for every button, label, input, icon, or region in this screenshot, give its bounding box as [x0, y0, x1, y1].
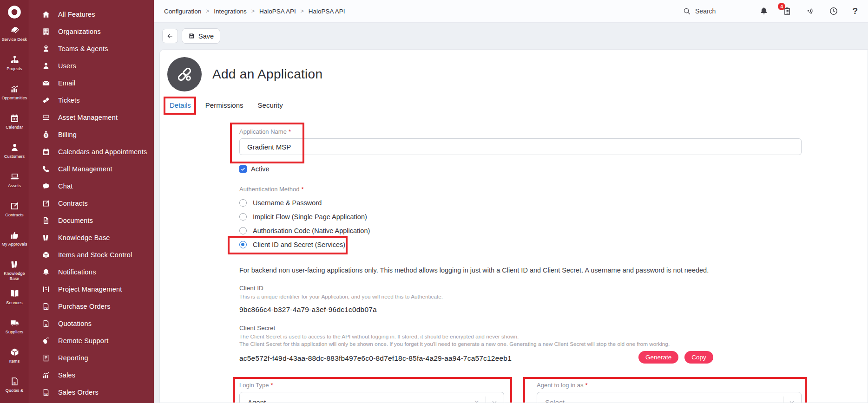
rail-item-my-approvals[interactable]: My Approvals [0, 226, 29, 254]
auth-option-username-password[interactable]: Username & Password [239, 196, 802, 210]
filedoc-icon [42, 216, 50, 225]
agent-select[interactable]: Select... [537, 392, 802, 403]
sidebar-item-label: Teams & Agents [58, 45, 108, 52]
topbar: Configuration>Integrations>HaloPSA API>H… [154, 0, 868, 23]
sidebar-item-items-and-stock-control[interactable]: Items and Stock Control [29, 246, 154, 263]
save-button[interactable]: Save [182, 28, 220, 44]
breadcrumb-item-configuration[interactable]: Configuration [164, 8, 201, 15]
sidebar-item-quotations[interactable]: QQuotations [29, 315, 154, 332]
sidebar-item-knowledge-base[interactable]: Knowledge Base [29, 229, 154, 246]
sidebar-item-reporting[interactable]: Reporting [29, 349, 154, 366]
svg-text:PO: PO [44, 306, 47, 309]
application-name-input[interactable] [239, 138, 802, 155]
pageQ-icon: Q [10, 377, 20, 386]
auth-option-authorisation-code-native-application[interactable]: Authorisation Code (Native Application) [239, 224, 802, 238]
config-sidebar: All FeaturesOrganizationsTeams & AgentsU… [29, 0, 154, 403]
auth-option-client-id-and-secret-services[interactable]: Client ID and Secret (Services) [239, 238, 802, 252]
chat-icon [42, 182, 50, 190]
rail-item-label: Customers [4, 154, 25, 159]
breadcrumb-item-integrations[interactable]: Integrations [214, 8, 247, 15]
application-name-label: Application Name* [239, 128, 802, 135]
rail-item-projects[interactable]: Projects [0, 50, 29, 79]
radio-client-id-and-secret-services[interactable] [239, 241, 247, 248]
sidebar-item-documents[interactable]: Documents [29, 212, 154, 229]
radio-username-password[interactable] [239, 199, 247, 207]
sidebar-item-calendars-and-appointments[interactable]: Calendars and Appointments [29, 143, 154, 160]
tab-details[interactable]: Details [169, 98, 192, 114]
back-button[interactable] [162, 29, 178, 43]
sidebar-item-remote-support[interactable]: Remote Support [29, 332, 154, 349]
bookopen-icon [10, 289, 20, 299]
rail-item-calendar[interactable]: Calendar [0, 109, 29, 137]
tab-security[interactable]: Security [257, 98, 284, 114]
rail-item-assets[interactable]: Assets [0, 167, 29, 196]
help-icon[interactable]: ? [852, 6, 858, 16]
sidebar-item-label: Users [58, 62, 76, 70]
tags-icon [10, 26, 20, 35]
sidebar-item-purchase-orders[interactable]: POPurchase Orders [29, 298, 154, 315]
radio-authorisation-code-native-application[interactable] [239, 227, 247, 234]
sidebar-item-tickets[interactable]: Tickets [29, 91, 154, 109]
global-search[interactable]: Search [683, 7, 716, 15]
breadcrumb-item-halopsa-api[interactable]: HaloPSA API [259, 8, 296, 15]
rail-item-suppliers[interactable]: Suppliers [0, 313, 29, 342]
active-checkbox[interactable] [239, 165, 247, 173]
rail-item-customers[interactable]: Customers [0, 138, 29, 167]
rail-item-label: Projects [7, 66, 22, 72]
bag-icon: $ [42, 130, 50, 139]
calendar-icon [10, 113, 20, 123]
sidebar-item-label: Reporting [58, 354, 88, 362]
sidebar-item-chat[interactable]: Chat [29, 177, 154, 195]
sidebar-item-project-management[interactable]: Project Management [29, 280, 154, 298]
sidebar-item-users[interactable]: Users [29, 57, 154, 74]
breadcrumb-item-halopsa-api[interactable]: HaloPSA API [309, 8, 345, 15]
sidebar-item-notifications[interactable]: Notifications [29, 263, 154, 280]
login-type-select[interactable]: Agent × [239, 392, 504, 403]
todo-list-button[interactable]: 4 [783, 6, 792, 16]
rail-item-quotes[interactable]: QQuotes & [0, 372, 29, 401]
truck-icon [10, 318, 20, 328]
tab-permissions[interactable]: Permissions [204, 98, 244, 114]
svg-text:$: $ [45, 133, 47, 137]
halo-logo-icon[interactable] [6, 4, 23, 20]
rail-item-contracts[interactable]: Contracts [0, 196, 29, 225]
sidebar-item-billing[interactable]: $Billing [29, 126, 154, 143]
rail-item-knowledge-base[interactable]: Knowledge Base [0, 255, 29, 284]
client-secret-value: ac5e572f-f49d-43aa-88dc-883fb497e6c0-8d7… [239, 354, 512, 363]
copy-button[interactable]: Copy [684, 351, 713, 364]
sidebar-item-call-management[interactable]: Call Management [29, 160, 154, 177]
laptop-icon [10, 172, 20, 182]
sidebar-item-sales[interactable]: Sales [29, 366, 154, 384]
chevron-down-icon[interactable] [491, 398, 498, 403]
sidebar-item-label: Purchase Orders [58, 303, 111, 310]
sidebar-item-all-features[interactable]: All Features [29, 6, 154, 23]
rail-item-opportunities[interactable]: Opportunities [0, 79, 29, 108]
sidebar-item-sales-orders[interactable]: SOSales Orders [29, 384, 154, 401]
chevron-down-icon[interactable] [788, 398, 796, 403]
sidebar-item-organizations[interactable]: Organizations [29, 23, 154, 40]
feed-button[interactable] [806, 6, 815, 16]
sidebar-item-asset-management[interactable]: Asset Management [29, 109, 154, 126]
svg-text:SO: SO [44, 392, 47, 395]
history-button[interactable] [829, 6, 838, 16]
sidebar-item-email[interactable]: Email [29, 74, 154, 91]
generate-button[interactable]: Generate [638, 351, 678, 364]
sidebar-item-label: Documents [58, 217, 93, 224]
method-description: For backend non user-facing applications… [239, 266, 802, 274]
person-icon [42, 62, 50, 70]
rail-item-service-desk[interactable]: Service Desk [0, 21, 29, 50]
rail-item-label: Opportunities [2, 96, 27, 101]
sidebar-item-teams-agents[interactable]: Teams & Agents [29, 40, 154, 57]
laptop-icon [42, 113, 50, 122]
radio-implicit-flow-single-page-application[interactable] [239, 213, 247, 221]
rail-item-services[interactable]: Services [0, 284, 29, 313]
clear-icon[interactable]: × [472, 398, 481, 403]
notifications-bell-button[interactable] [759, 6, 769, 16]
details-form: Application Name* Active Authentication … [239, 128, 802, 403]
auth-option-implicit-flow-single-page-application[interactable]: Implicit Flow (Single Page Application) [239, 210, 802, 224]
sidebar-item-contracts[interactable]: Contracts [29, 195, 154, 212]
topbar-actions: Search 4 ? [683, 6, 858, 16]
active-field: Active [239, 165, 802, 173]
main-content: Configuration>Integrations>HaloPSA API>H… [154, 0, 868, 403]
rail-item-items[interactable]: Items [0, 343, 29, 371]
